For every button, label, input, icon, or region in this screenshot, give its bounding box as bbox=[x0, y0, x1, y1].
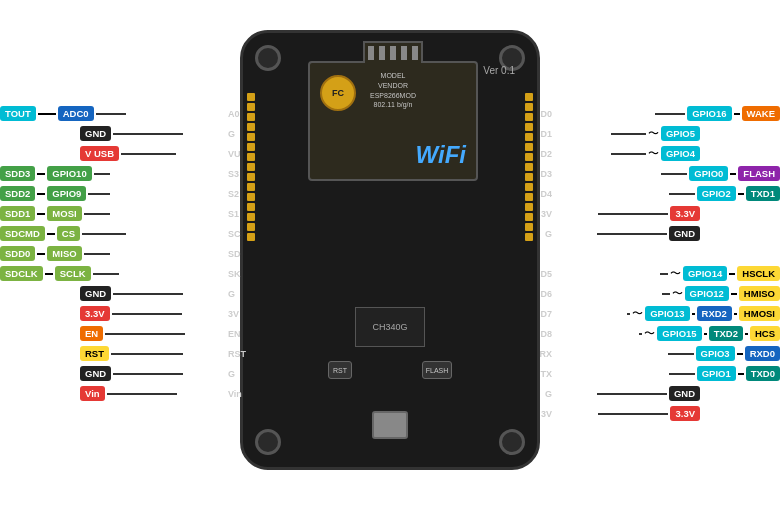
pin-label-gpio13: GPIO13 bbox=[645, 306, 689, 321]
pin-label-gnd3: GND bbox=[80, 366, 111, 381]
pin-d1: GPIO5 〜 D1 bbox=[611, 126, 700, 141]
pin-sdd0: SDD0 MISO SD bbox=[0, 246, 110, 261]
pin-name-sclk: SCLK bbox=[55, 266, 91, 281]
pin-d5: HSCLK GPIO14 〜 D5 bbox=[660, 266, 780, 281]
pin-3v3-right2: 3.3V 3V bbox=[598, 406, 700, 421]
pin-label-hsclk: HSCLK bbox=[737, 266, 780, 281]
pin-label-gnd-right1: GND bbox=[669, 226, 700, 241]
pin-sdd2: SDD2 GPIO9 S2 bbox=[0, 186, 110, 201]
pin-label-sdd3: SDD3 bbox=[0, 166, 35, 181]
pin-gnd1: GND G bbox=[80, 126, 183, 141]
pin-name-gpio9: GPIO9 bbox=[47, 186, 86, 201]
pin-label-gpio5: GPIO5 bbox=[661, 126, 700, 141]
corner-circle-bl bbox=[255, 429, 281, 455]
pin-name-miso: MISO bbox=[47, 246, 81, 261]
pin-label-3v3-right: 3.3V bbox=[670, 206, 700, 221]
nodemcu-board: FC MODELVENDORESP8266MOD802.11 b/g/n WiF… bbox=[240, 30, 540, 470]
pin-header-right bbox=[525, 93, 533, 241]
pinout-diagram: FC MODELVENDORESP8266MOD802.11 b/g/n WiF… bbox=[0, 0, 780, 511]
corner-circle-tl bbox=[255, 45, 281, 71]
pin-en: EN EN bbox=[80, 326, 185, 341]
pin-sdcmd: SDCMD CS SC bbox=[0, 226, 126, 241]
pin-d2: GPIO4 〜 D2 bbox=[611, 146, 700, 161]
pin-label-gnd-right2: GND bbox=[669, 386, 700, 401]
pin-label-flash-d3: FLASH bbox=[738, 166, 780, 181]
pin-vin: Vin Vin bbox=[80, 386, 177, 401]
pin-label-sdd2: SDD2 bbox=[0, 186, 35, 201]
pin-3v3-left: 3.3V 3V bbox=[80, 306, 182, 321]
pin-header-left bbox=[247, 93, 255, 241]
pin-gnd-right2: GND G bbox=[597, 386, 700, 401]
pin-label-hmiso: HMISO bbox=[739, 286, 780, 301]
pin-gnd-right1: GND G bbox=[597, 226, 700, 241]
pin-d6: HMISO GPIO12 〜 D6 bbox=[662, 286, 780, 301]
pin-label-sdclk: SDCLK bbox=[0, 266, 43, 281]
pin-name-mosi: MOSI bbox=[47, 206, 81, 221]
pin-label-gpio12: GPIO12 bbox=[685, 286, 729, 301]
pin-label-wake: WAKE bbox=[742, 106, 781, 121]
wifi-icon: WiFi bbox=[416, 141, 466, 169]
pin-label-tout: TOUT bbox=[0, 106, 36, 121]
pin-label-sdd0: SDD0 bbox=[0, 246, 35, 261]
pin-label-3v3-right2: 3.3V bbox=[670, 406, 700, 421]
pin-label-3v3-left: 3.3V bbox=[80, 306, 110, 321]
esp-antenna bbox=[363, 41, 423, 63]
pin-d7: HMOSI RXD2 GPIO13 〜 D7 bbox=[627, 306, 780, 321]
pin-name-cs: CS bbox=[57, 226, 80, 241]
pin-sdd3: SDD3 GPIO10 S3 bbox=[0, 166, 110, 181]
pin-label-gpio2: GPIO2 bbox=[697, 186, 736, 201]
pin-label-gnd2: GND bbox=[80, 286, 111, 301]
pin-3v3-right: 3.3V 3V bbox=[598, 206, 700, 221]
pin-d8: HCS TXD2 GPIO15 〜 D8 bbox=[639, 326, 780, 341]
pin-name-adc0: ADC0 bbox=[58, 106, 94, 121]
pin-label-gpio15: GPIO15 bbox=[657, 326, 701, 341]
pin-tx: TXD0 GPIO1 TX bbox=[669, 366, 780, 381]
pin-name-gpio10: GPIO10 bbox=[47, 166, 91, 181]
pin-label-gpio1: GPIO1 bbox=[697, 366, 736, 381]
pin-label-gpio0: GPIO0 bbox=[689, 166, 728, 181]
pin-label-hmosi: HMOSI bbox=[739, 306, 780, 321]
pin-label-vin: Vin bbox=[80, 386, 105, 401]
pin-label-en: EN bbox=[80, 326, 103, 341]
version-label: Ver 0.1 bbox=[483, 65, 515, 76]
pin-vusb: V USB VU bbox=[80, 146, 176, 161]
pin-label-rxd2: RXD2 bbox=[697, 306, 732, 321]
pin-d0: WAKE GPIO16 D0 bbox=[655, 106, 780, 121]
pin-label-sdcmd: SDCMD bbox=[0, 226, 45, 241]
rst-button[interactable]: RST bbox=[328, 361, 352, 379]
pin-label-vusb: V USB bbox=[80, 146, 119, 161]
pin-label-txd2: TXD2 bbox=[709, 326, 743, 341]
pin-rst: RST RST bbox=[80, 346, 183, 361]
esp-module: FC MODELVENDORESP8266MOD802.11 b/g/n WiF… bbox=[308, 61, 478, 181]
pin-label-hcs: HCS bbox=[750, 326, 780, 341]
pin-label-txd0: TXD0 bbox=[746, 366, 780, 381]
flash-button[interactable]: FLASH bbox=[422, 361, 452, 379]
pin-rx: RXD0 GPIO3 RX bbox=[668, 346, 780, 361]
esp-chip-label: MODELVENDORESP8266MOD802.11 b/g/n bbox=[318, 71, 468, 110]
pin-tout: TOUT ADC0 A0 bbox=[0, 106, 126, 121]
pin-label-gpio16: GPIO16 bbox=[687, 106, 731, 121]
pin-sdclk: SDCLK SCLK SK bbox=[0, 266, 119, 281]
pin-label-txd1: TXD1 bbox=[746, 186, 780, 201]
pin-d3: FLASH GPIO0 D3 bbox=[661, 166, 780, 181]
pin-label-gpio3: GPIO3 bbox=[696, 346, 735, 361]
pin-label-gnd1: GND bbox=[80, 126, 111, 141]
corner-circle-br bbox=[499, 429, 525, 455]
pin-label-sdd1: SDD1 bbox=[0, 206, 35, 221]
pin-sdd1: SDD1 MOSI S1 bbox=[0, 206, 110, 221]
pin-label-gpio14: GPIO14 bbox=[683, 266, 727, 281]
pin-d4: TXD1 GPIO2 D4 bbox=[669, 186, 780, 201]
usb-port bbox=[372, 411, 408, 439]
pin-label-rxd0: RXD0 bbox=[745, 346, 780, 361]
pin-label-rst: RST bbox=[80, 346, 109, 361]
pin-gnd3: GND G bbox=[80, 366, 183, 381]
pin-label-gpio4: GPIO4 bbox=[661, 146, 700, 161]
ch340-chip: CH340G bbox=[355, 307, 425, 347]
pin-gnd2: GND G bbox=[80, 286, 183, 301]
